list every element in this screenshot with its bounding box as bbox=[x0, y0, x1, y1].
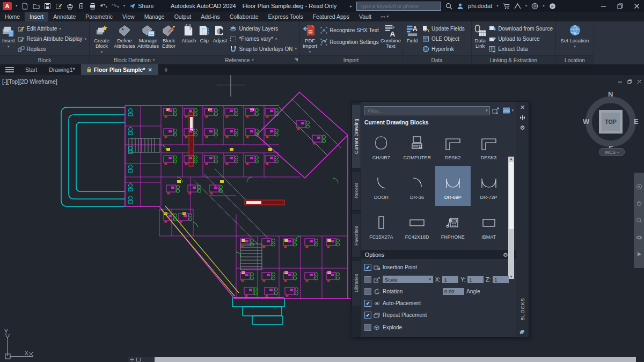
navwheel-icon[interactable] bbox=[636, 183, 642, 190]
palette-tab-current-drawing[interactable]: Current Drawing bbox=[352, 104, 361, 168]
undo-button[interactable]: ↶▾ bbox=[100, 2, 108, 10]
explode-checkbox[interactable]: ✔ bbox=[364, 324, 371, 331]
insert-block-button[interactable]: Insert ▾ bbox=[1, 23, 16, 55]
help-caret-icon[interactable]: ▾ bbox=[543, 4, 545, 8]
data-link-button[interactable]: Data Link bbox=[473, 23, 487, 55]
scale-checkbox[interactable]: ✔ bbox=[364, 276, 371, 283]
compass-east[interactable]: E bbox=[634, 117, 639, 125]
tab-vault[interactable]: Vault bbox=[354, 12, 376, 21]
clip-button[interactable]: Clip bbox=[197, 23, 211, 55]
viewport-controls-label[interactable]: [-][Top][2D Wireframe] bbox=[2, 78, 57, 85]
options-header[interactable]: Options ⚙▾ bbox=[361, 250, 516, 259]
tab-insert[interactable]: Insert bbox=[25, 12, 48, 21]
redo-button[interactable]: ↷▾ bbox=[112, 2, 119, 10]
upload-to-source-button[interactable]: Upload to Source bbox=[489, 35, 553, 43]
panel-label-linking[interactable]: Linking & Extraction bbox=[472, 55, 555, 64]
autodesk-menu-caret-icon[interactable]: ▾ bbox=[525, 4, 528, 8]
zoom-icon[interactable] bbox=[636, 217, 642, 224]
qat-customize-caret-icon[interactable]: ▾ bbox=[123, 4, 126, 8]
download-from-source-button[interactable]: Download from Source bbox=[489, 25, 553, 33]
minimize-button[interactable] bbox=[601, 3, 606, 9]
palette-properties-gear-icon[interactable]: ⚙ bbox=[520, 124, 525, 131]
panel-label-import[interactable]: Import bbox=[300, 55, 402, 64]
panel-label-block-definition[interactable]: Block Definition▾ bbox=[90, 55, 179, 64]
gear-icon[interactable]: ⚙ bbox=[503, 252, 508, 258]
viewport-close-icon[interactable] bbox=[637, 79, 642, 84]
ole-object-button[interactable]: OLE Object bbox=[422, 35, 465, 43]
field-button[interactable]: A Field bbox=[404, 23, 421, 55]
tab-output[interactable]: Output bbox=[170, 12, 196, 21]
showmotion-icon[interactable] bbox=[636, 251, 642, 257]
option-explode[interactable]: ✔ Explode bbox=[364, 323, 513, 332]
restore-button[interactable] bbox=[617, 3, 623, 9]
block-item[interactable]: CHAIR7 bbox=[363, 127, 399, 166]
option-rotation[interactable]: ✔ Rotation 0.00 Angle bbox=[364, 287, 513, 296]
block-gallery-view-button[interactable]: ▾ bbox=[502, 107, 514, 114]
tab-view[interactable]: View bbox=[118, 12, 140, 21]
define-attributes-button[interactable]: Define Attributes bbox=[113, 23, 136, 55]
search-input[interactable] bbox=[359, 3, 438, 10]
palette-tab-recent[interactable]: Recent bbox=[352, 171, 361, 211]
insert-block-tool-button[interactable] bbox=[492, 107, 500, 114]
signed-in-user[interactable]: phi.dodat bbox=[468, 3, 492, 9]
navigation-bar[interactable] bbox=[634, 173, 644, 268]
palette-tab-favorites[interactable]: Favorites bbox=[352, 213, 361, 257]
search-flyout-caret-icon[interactable]: ▸ bbox=[350, 4, 352, 9]
keyword-search-box[interactable] bbox=[356, 2, 441, 11]
option-auto-placement[interactable]: ✔ Auto-Placement bbox=[364, 299, 513, 308]
viewport-minimize-icon[interactable] bbox=[618, 79, 623, 84]
scale-x-input[interactable]: 1 bbox=[442, 276, 458, 283]
tab-home[interactable]: Home bbox=[0, 12, 25, 21]
notifications-icon[interactable] bbox=[549, 3, 556, 10]
manage-attributes-button[interactable]: Manage Attributes bbox=[136, 23, 160, 55]
replace-block-button[interactable]: Replace bbox=[18, 45, 86, 53]
new-file-icon[interactable] bbox=[21, 3, 28, 10]
block-item[interactable]: IBMAT bbox=[471, 206, 507, 246]
new-drawing-tab-button[interactable]: + bbox=[158, 65, 173, 74]
tab-manage[interactable]: Manage bbox=[140, 12, 170, 21]
filter-input[interactable] bbox=[367, 107, 484, 114]
update-fields-button[interactable]: Update Fields bbox=[422, 25, 465, 33]
save-as-icon[interactable] bbox=[55, 3, 62, 10]
rotation-angle-input[interactable]: 0.00 bbox=[443, 288, 464, 295]
create-block-button[interactable]: Create Block ▾ bbox=[91, 23, 113, 55]
autodesk-account-icon[interactable] bbox=[514, 3, 521, 10]
underlay-layers-button[interactable]: Underlay Layers bbox=[230, 25, 297, 33]
scrollbar-thumb[interactable] bbox=[509, 162, 514, 229]
tab-collaborate[interactable]: Collaborate bbox=[225, 12, 264, 21]
autocad-logo-icon[interactable]: A bbox=[3, 2, 12, 10]
pdf-import-button[interactable]: PDF Import ▾ bbox=[301, 23, 319, 55]
viewport-restore-icon[interactable] bbox=[627, 79, 632, 84]
block-editor-button[interactable]: Block Editor bbox=[160, 23, 178, 55]
attach-button[interactable]: Attach bbox=[180, 23, 197, 55]
drawing-canvas[interactable]: [-][Top][2D Wireframe] N W E S TOP WCS▾ bbox=[0, 75, 644, 362]
close-tab-icon[interactable]: ✕ bbox=[148, 67, 152, 73]
orbit-icon[interactable] bbox=[636, 234, 642, 241]
viewcube-top-face[interactable]: TOP bbox=[599, 110, 623, 134]
scale-y-input[interactable]: 1 bbox=[467, 276, 484, 283]
app-store-cart-icon[interactable] bbox=[503, 3, 510, 10]
rotation-checkbox[interactable]: ✔ bbox=[364, 288, 371, 295]
block-item[interactable]: FNPHONE bbox=[435, 206, 471, 246]
scale-z-input[interactable]: 1 bbox=[493, 276, 509, 283]
block-item[interactable]: FC42X18D bbox=[399, 206, 435, 246]
file-tab-floor-plan-sample[interactable]: Floor Plan Sample* ✕ bbox=[81, 64, 159, 75]
block-item[interactable]: DESK3 bbox=[471, 127, 507, 166]
file-tab-start[interactable]: Start bbox=[19, 64, 43, 75]
mobile-upload-icon[interactable] bbox=[78, 3, 85, 10]
option-insertion-point[interactable]: ✔ Insertion Point bbox=[364, 263, 513, 272]
auto-hide-icon[interactable] bbox=[519, 115, 525, 121]
plot-icon[interactable] bbox=[67, 3, 74, 10]
block-item[interactable]: COMPUTER bbox=[399, 127, 435, 166]
scale-dropdown[interactable]: Scale▾ bbox=[383, 276, 433, 283]
block-list-scrollbar[interactable]: ▴ ▾ bbox=[508, 157, 514, 279]
panel-label-location[interactable]: Location bbox=[556, 55, 594, 64]
block-item[interactable]: DESK2 bbox=[435, 127, 471, 166]
compass-west[interactable]: W bbox=[583, 117, 589, 125]
block-item[interactable]: DOOR bbox=[363, 166, 399, 206]
file-tab-menu-button[interactable] bbox=[0, 67, 19, 72]
panel-label-data[interactable]: Data bbox=[402, 55, 471, 64]
option-scale[interactable]: ✔ Scale▾ X: 1 Y: 1 Z: 1 bbox=[364, 275, 513, 284]
file-tab-drawing1[interactable]: Drawing1* bbox=[43, 64, 80, 75]
scroll-up-icon[interactable]: ▴ bbox=[510, 157, 513, 161]
